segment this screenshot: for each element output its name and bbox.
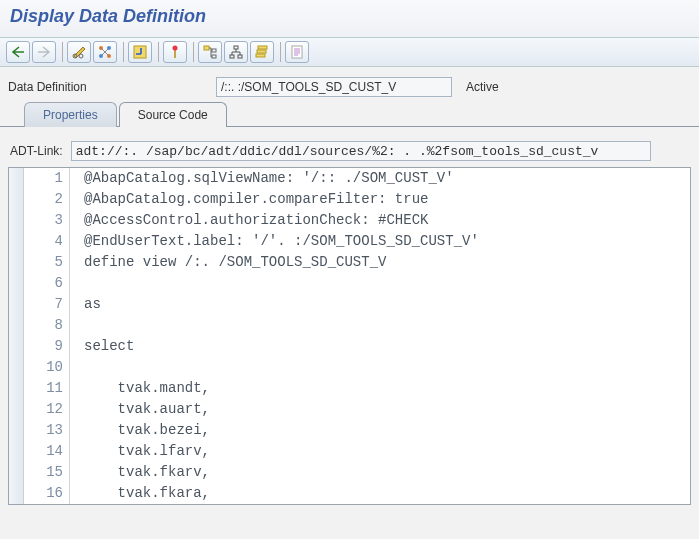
line-number: 3	[24, 210, 63, 231]
svg-rect-11	[212, 55, 216, 58]
svg-rect-10	[212, 49, 216, 52]
editor-margin	[9, 168, 24, 504]
line-number: 10	[24, 357, 63, 378]
separator	[158, 42, 159, 62]
hierarchy-icon	[229, 45, 243, 59]
tabstrip: Properties Source Code	[0, 101, 699, 126]
forward-button[interactable]	[32, 41, 56, 63]
svg-rect-6	[134, 46, 146, 58]
svg-rect-12	[234, 46, 238, 49]
line-number: 5	[24, 252, 63, 273]
line-number-gutter: 12345678910111213141516	[24, 168, 70, 504]
line-number: 8	[24, 315, 63, 336]
back-button[interactable]	[6, 41, 30, 63]
svg-point-8	[173, 46, 178, 51]
code-line	[84, 315, 690, 336]
code-line: tvak.fkarv,	[84, 462, 690, 483]
line-number: 13	[24, 420, 63, 441]
svg-rect-15	[258, 46, 267, 49]
line-number: 15	[24, 462, 63, 483]
svg-rect-13	[230, 55, 234, 58]
documentation-button[interactable]	[285, 41, 309, 63]
other-object-button[interactable]	[93, 41, 117, 63]
code-area[interactable]: @AbapCatalog.sqlViewName: '/:: ./SOM_CUS…	[70, 168, 690, 504]
separator	[280, 42, 281, 62]
adt-link-row: ADT-Link: adt://:. /sap/bc/adt/ddic/ddl/…	[6, 141, 693, 161]
separator	[193, 42, 194, 62]
code-line	[84, 357, 690, 378]
line-number: 11	[24, 378, 63, 399]
tab-properties[interactable]: Properties	[24, 102, 117, 127]
line-number: 6	[24, 273, 63, 294]
code-line: tvak.lfarv,	[84, 441, 690, 462]
arrow-right-icon	[37, 46, 51, 58]
stacked-boxes-icon	[255, 45, 269, 59]
document-icon	[290, 45, 304, 59]
code-line: define view /:. /SOM_TOOLS_SD_CUST_V	[84, 252, 690, 273]
svg-rect-9	[204, 46, 209, 50]
line-number: 2	[24, 189, 63, 210]
separator	[123, 42, 124, 62]
separator	[62, 42, 63, 62]
code-line: @AbapCatalog.compiler.compareFilter: tru…	[84, 189, 690, 210]
line-number: 4	[24, 231, 63, 252]
hierarchy-button[interactable]	[224, 41, 248, 63]
line-number: 12	[24, 399, 63, 420]
data-definition-name-field: /::. :/SOM_TOOLS_SD_CUST_V	[216, 77, 452, 97]
window-title: Display Data Definition	[0, 0, 699, 37]
toggle-edit-button[interactable]	[67, 41, 91, 63]
code-line	[84, 273, 690, 294]
tree-branch-icon	[203, 45, 217, 59]
code-line: @EndUserText.label: '/'. :/SOM_TOOLS_SD_…	[84, 231, 690, 252]
line-number: 7	[24, 294, 63, 315]
where-used-button[interactable]	[198, 41, 222, 63]
tab-source-code[interactable]: Source Code	[119, 102, 227, 127]
code-line: as	[84, 294, 690, 315]
svg-rect-18	[292, 46, 302, 58]
svg-point-1	[79, 54, 83, 58]
svg-rect-17	[256, 54, 265, 57]
code-line: @AccessControl.authorizationCheck: #CHEC…	[84, 210, 690, 231]
object-directory-button[interactable]	[250, 41, 274, 63]
status-text: Active	[460, 80, 499, 94]
line-number: 14	[24, 441, 63, 462]
adt-link-field[interactable]: adt://:. /sap/bc/adt/ddic/ddl/sources/%2…	[71, 141, 651, 161]
line-number: 16	[24, 483, 63, 504]
check-button[interactable]	[128, 41, 152, 63]
line-number: 9	[24, 336, 63, 357]
code-line: select	[84, 336, 690, 357]
matchstick-icon	[169, 45, 181, 59]
arrow-left-icon	[11, 46, 25, 58]
source-code-panel: ADT-Link: adt://:. /sap/bc/adt/ddic/ddl/…	[0, 126, 699, 511]
pencil-eyeglasses-icon	[72, 45, 86, 59]
code-line: @AbapCatalog.sqlViewName: '/:: ./SOM_CUS…	[84, 168, 690, 189]
code-editor[interactable]: 12345678910111213141516 @AbapCatalog.sql…	[8, 167, 691, 505]
activate-button[interactable]	[163, 41, 187, 63]
svg-rect-16	[257, 50, 266, 53]
line-number: 1	[24, 168, 63, 189]
toolbar	[0, 37, 699, 67]
svg-rect-14	[238, 55, 242, 58]
adt-link-label: ADT-Link:	[10, 144, 63, 158]
nodes-icon	[98, 45, 112, 59]
data-definition-label: Data Definition	[8, 80, 208, 94]
code-line: tvak.fkara,	[84, 483, 690, 504]
code-line: tvak.mandt,	[84, 378, 690, 399]
code-line: tvak.bezei,	[84, 420, 690, 441]
header-row: Data Definition /::. :/SOM_TOOLS_SD_CUST…	[0, 67, 699, 101]
check-box-icon	[133, 45, 147, 59]
code-line: tvak.auart,	[84, 399, 690, 420]
